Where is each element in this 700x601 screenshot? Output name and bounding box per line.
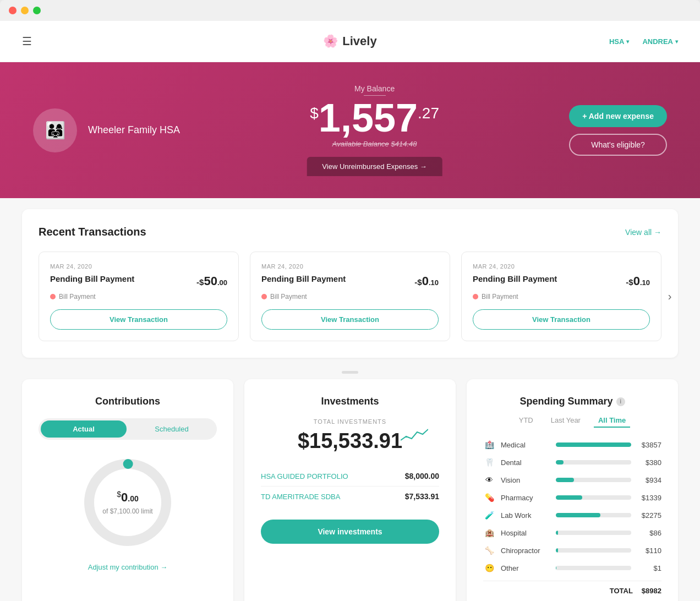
contributions-title: Contributions: [39, 396, 217, 407]
amount-cents-2: .10: [429, 278, 439, 287]
main-content: Recent Transactions View all → MAR 24, 2…: [0, 198, 700, 601]
view-all-link[interactable]: View all →: [625, 228, 661, 237]
labwork-bar: [556, 513, 600, 517]
view-unreimbursed-btn[interactable]: View Unreimbursed Expenses →: [307, 157, 442, 176]
spending-total-value: $8982: [642, 587, 661, 595]
dental-bar: [556, 460, 564, 465]
transaction-amount-1: -$50.00: [196, 274, 227, 288]
investments-card: Investments TOTAL INVESTMENTS $15,533.91…: [244, 379, 456, 601]
add-expense-button[interactable]: + Add new expense: [569, 105, 667, 127]
toggle-actual-btn[interactable]: Actual: [41, 420, 127, 438]
spending-tab-lastyear[interactable]: Last Year: [546, 414, 585, 428]
investment-name-1[interactable]: HSA GUIDED PORTFOLIO: [261, 472, 348, 480]
investments-total-label: TOTAL INVESTMENTS: [261, 418, 439, 425]
category-dot-2: [261, 294, 267, 299]
labwork-icon: 🧪: [483, 509, 495, 521]
transaction-name-1: Pending Bill Payment: [50, 274, 134, 283]
spending-row-dental: 🦷 Dental $380: [483, 456, 661, 468]
andrea-nav-item[interactable]: ANDREA ▾: [642, 37, 678, 46]
hospital-bar: [556, 531, 558, 535]
app-container: ☰ 🌸 Lively HSA ▾ ANDREA ▾ 👨‍👩‍👧 Wheeler …: [0, 21, 700, 601]
chiro-value: $110: [637, 547, 661, 555]
transaction-amount-3: -$0.10: [626, 274, 650, 288]
category-label-1: Bill Payment: [59, 293, 96, 300]
spending-tab-ytd[interactable]: YTD: [515, 414, 538, 428]
spending-info-icon[interactable]: i: [616, 397, 625, 406]
category-label-3: Bill Payment: [482, 293, 518, 300]
logo-text: Lively: [342, 34, 376, 48]
vision-bar: [556, 478, 574, 482]
traffic-light-green[interactable]: [33, 7, 41, 14]
medical-value: $3857: [637, 441, 661, 449]
transaction-top-2: Pending Bill Payment -$0.10: [261, 274, 439, 288]
logo-icon: 🌸: [323, 34, 338, 48]
balance-label: My Balance: [307, 84, 442, 96]
medical-bar-container: [556, 442, 631, 447]
labwork-bar-container: [556, 513, 631, 517]
dental-value: $380: [637, 458, 661, 467]
balance-dollar: $: [310, 105, 319, 122]
pharmacy-bar: [556, 495, 582, 500]
transaction-category-2: Bill Payment: [261, 293, 439, 300]
transaction-card-2: MAR 24, 2020 Pending Bill Payment -$0.10…: [250, 252, 450, 341]
traffic-lights: [9, 7, 41, 14]
carousel-next-arrow[interactable]: ›: [661, 288, 678, 305]
view-transaction-btn-2[interactable]: View Transaction: [261, 309, 439, 330]
transaction-category-3: Bill Payment: [473, 293, 650, 300]
category-dot-1: [50, 294, 56, 299]
spending-title-text: Spending Summary: [519, 396, 612, 407]
transactions-grid: MAR 24, 2020 Pending Bill Payment -$50.0…: [39, 252, 661, 341]
transactions-title: Recent Transactions: [39, 226, 146, 238]
spending-row-pharmacy: 💊 Pharmacy $1339: [483, 491, 661, 504]
transaction-category-1: Bill Payment: [50, 293, 227, 300]
investments-title: Investments: [261, 396, 439, 407]
view-investments-button[interactable]: View investments: [261, 520, 439, 544]
spending-row-other: 😶 Other $1: [483, 562, 661, 574]
hero-center: My Balance $ 1,557 .27 Available Balance…: [307, 84, 442, 176]
donut-dollar: $: [117, 490, 121, 499]
bottom-grid: Contributions Actual Scheduled $0.00 of …: [22, 379, 678, 601]
view-transaction-btn-1[interactable]: View Transaction: [50, 309, 227, 330]
whats-eligible-button[interactable]: What's eligible?: [569, 134, 667, 156]
investment-name-2[interactable]: TD AMERITRADE SDBA: [261, 493, 340, 501]
traffic-light-red[interactable]: [9, 7, 17, 14]
medical-bar: [556, 442, 631, 447]
investment-item-1: HSA GUIDED PORTFOLIO $8,000.00: [261, 466, 439, 487]
spending-row-chiro: 🦴 Chiropractor $110: [483, 544, 661, 556]
transaction-date-1: MAR 24, 2020: [50, 263, 227, 270]
spending-title: Spending Summary i: [483, 396, 661, 407]
amount-prefix-2: -$: [414, 277, 422, 287]
transaction-date-2: MAR 24, 2020: [261, 263, 439, 270]
transaction-card-1: MAR 24, 2020 Pending Bill Payment -$50.0…: [39, 252, 239, 341]
andrea-label: ANDREA: [642, 37, 673, 46]
hero-left: 👨‍👩‍👧 Wheeler Family HSA: [33, 108, 180, 152]
hsa-nav-item[interactable]: HSA ▾: [609, 37, 629, 46]
other-value: $1: [637, 564, 661, 572]
available-balance: Available Balance $414.48: [307, 140, 442, 148]
amount-main-2: 0: [422, 274, 429, 288]
logo-area: 🌸 Lively: [323, 34, 376, 48]
chiro-icon: 🦴: [483, 544, 495, 556]
other-bar: [556, 566, 556, 570]
hospital-bar-container: [556, 531, 631, 535]
header-left: ☰: [22, 35, 32, 48]
spending-tab-alltime[interactable]: All Time: [594, 414, 630, 428]
spending-row-labwork: 🧪 Lab Work $2275: [483, 509, 661, 521]
hero-bottom: View Unreimbursed Expenses →: [307, 157, 442, 176]
chiro-bar-container: [556, 548, 631, 553]
spending-total-row: TOTAL $8982: [483, 581, 661, 595]
category-dot-3: [473, 294, 478, 299]
medical-label: Medical: [501, 441, 550, 449]
transaction-top-3: Pending Bill Payment -$0.10: [473, 274, 650, 288]
hospital-icon: 🏨: [483, 527, 495, 539]
vision-bar-container: [556, 478, 631, 482]
donut-amount: $0.00: [102, 490, 152, 505]
traffic-light-yellow[interactable]: [21, 7, 29, 14]
view-transaction-btn-3[interactable]: View Transaction: [473, 309, 650, 330]
adjust-contribution-link[interactable]: Adjust my contribution →: [39, 563, 217, 571]
andrea-chevron: ▾: [675, 39, 678, 45]
toggle-scheduled-btn[interactable]: Scheduled: [129, 420, 215, 438]
hamburger-menu[interactable]: ☰: [22, 35, 32, 48]
investment-item-2: TD AMERITRADE SDBA $7,533.91: [261, 487, 439, 506]
hsa-chevron: ▾: [626, 39, 629, 45]
